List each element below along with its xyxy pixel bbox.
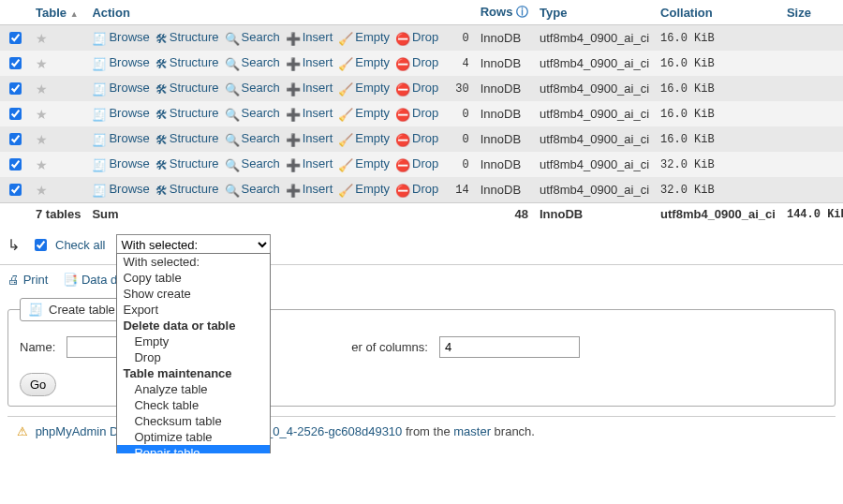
browse-link[interactable]: 🧾Browse (92, 55, 149, 69)
opt-analyze[interactable]: Analyze table (117, 381, 270, 397)
favorite-star-icon[interactable]: ★ (36, 132, 48, 147)
row-size: 16.0 KiB (655, 126, 781, 152)
browse-link[interactable]: 🧾Browse (92, 106, 149, 120)
drop-link[interactable]: ⛔Drop (395, 106, 438, 120)
row-checkbox[interactable] (9, 184, 22, 196)
search-icon: 🔍 (225, 158, 240, 172)
browse-link[interactable]: 🧾Browse (92, 81, 149, 95)
insert-link[interactable]: ➕Insert (286, 81, 333, 95)
structure-link[interactable]: 🛠Structure (155, 81, 219, 95)
row-overhead: - (781, 177, 843, 203)
browse-link[interactable]: 🧾Browse (92, 156, 149, 170)
row-collation: utf8mb4_0900_ai_ci (534, 25, 655, 52)
empty-link[interactable]: 🧹Empty (338, 156, 390, 170)
row-checkbox[interactable] (9, 82, 22, 95)
opt-checksum[interactable]: Checksum table (117, 413, 270, 429)
insert-link[interactable]: ➕Insert (286, 30, 333, 44)
browse-icon: 🧾 (92, 133, 107, 147)
row-checkbox[interactable] (9, 57, 22, 69)
row-count: 30 (450, 76, 474, 101)
structure-link[interactable]: 🛠Structure (155, 30, 219, 44)
search-link[interactable]: 🔍Search (225, 156, 280, 170)
row-checkbox[interactable] (9, 133, 22, 145)
with-selected-dropdown[interactable]: With selected: Copy table Show create Ex… (116, 253, 271, 453)
opt-optimize[interactable]: Optimize table (117, 429, 270, 445)
row-collation: utf8mb4_0900_ai_ci (534, 177, 655, 203)
structure-link[interactable]: 🛠Structure (155, 131, 219, 145)
insert-link[interactable]: ➕Insert (286, 131, 333, 145)
col-size[interactable]: Size (781, 0, 843, 25)
opt-repair[interactable]: Repair table (117, 445, 270, 453)
drop-link[interactable]: ⛔Drop (395, 182, 438, 196)
favorite-star-icon[interactable]: ★ (36, 107, 48, 122)
row-checkbox[interactable] (9, 108, 22, 120)
row-overhead: - (781, 76, 843, 101)
insert-link[interactable]: ➕Insert (286, 182, 333, 196)
insert-link[interactable]: ➕Insert (286, 106, 333, 120)
empty-link[interactable]: 🧹Empty (338, 131, 390, 145)
row-overhead: - (781, 25, 843, 52)
search-link[interactable]: 🔍Search (225, 81, 280, 95)
col-collation[interactable]: Collation (655, 0, 781, 25)
opt-copy-table[interactable]: Copy table (117, 270, 270, 286)
drop-link[interactable]: ⛔Drop (395, 156, 438, 170)
drop-link[interactable]: ⛔Drop (395, 81, 438, 95)
browse-link[interactable]: 🧾Browse (92, 131, 149, 145)
opt-empty[interactable]: Empty (117, 334, 270, 349)
opt-drop[interactable]: Drop (117, 349, 270, 365)
master-branch-link[interactable]: master (453, 424, 491, 438)
col-rows[interactable]: Rows ⓘ (475, 0, 534, 25)
favorite-star-icon[interactable]: ★ (36, 157, 48, 172)
drop-link[interactable]: ⛔Drop (395, 30, 438, 44)
insert-icon: ➕ (286, 108, 301, 122)
check-all-checkbox[interactable] (35, 239, 47, 251)
row-size: 16.0 KiB (655, 25, 781, 52)
go-button[interactable]: Go (20, 373, 56, 396)
drop-icon: ⛔ (395, 108, 410, 122)
search-link[interactable]: 🔍Search (225, 106, 280, 120)
structure-link[interactable]: 🛠Structure (155, 106, 219, 120)
drop-link[interactable]: ⛔Drop (395, 55, 438, 69)
columns-input[interactable] (439, 336, 580, 358)
col-type[interactable]: Type (534, 0, 655, 25)
structure-link[interactable]: 🛠Structure (155, 55, 219, 69)
insert-link[interactable]: ➕Insert (286, 156, 333, 170)
empty-link[interactable]: 🧹Empty (338, 182, 390, 196)
empty-link[interactable]: 🧹Empty (338, 81, 390, 95)
opt-check[interactable]: Check table (117, 397, 270, 413)
row-checkbox[interactable] (9, 158, 22, 170)
search-link[interactable]: 🔍Search (225, 55, 280, 69)
favorite-star-icon[interactable]: ★ (36, 31, 48, 46)
summary-row: 7 tables Sum 48 InnoDB utf8mb4_0900_ai_c… (0, 203, 843, 226)
browse-link[interactable]: 🧾Browse (92, 182, 149, 196)
search-link[interactable]: 🔍Search (225, 131, 280, 145)
search-link[interactable]: 🔍Search (225, 182, 280, 196)
empty-link[interactable]: 🧹Empty (338, 30, 390, 44)
opt-show-create[interactable]: Show create (117, 286, 270, 302)
search-link[interactable]: 🔍Search (225, 30, 280, 44)
favorite-star-icon[interactable]: ★ (36, 56, 48, 71)
sort-asc-icon: ▲ (70, 9, 79, 19)
with-selected-select[interactable]: With selected: (116, 234, 271, 255)
drop-icon: ⛔ (395, 133, 410, 147)
opt-with-selected[interactable]: With selected: (117, 254, 270, 270)
check-all[interactable]: Check all (31, 236, 105, 254)
warning-icon: ⚠ (17, 424, 28, 438)
favorite-star-icon[interactable]: ★ (36, 183, 48, 198)
structure-link[interactable]: 🛠Structure (155, 156, 219, 170)
help-icon[interactable]: ⓘ (516, 5, 528, 19)
insert-link[interactable]: ➕Insert (286, 55, 333, 69)
drop-link[interactable]: ⛔Drop (395, 131, 438, 145)
structure-link[interactable]: 🛠Structure (155, 182, 219, 196)
drop-icon: ⛔ (395, 82, 410, 96)
row-checkbox[interactable] (9, 32, 22, 44)
col-table[interactable]: Table ▲ (30, 0, 86, 25)
favorite-star-icon[interactable]: ★ (36, 82, 48, 96)
print-link[interactable]: 🖨 Print (7, 273, 48, 287)
search-icon: 🔍 (225, 57, 240, 71)
browse-link[interactable]: 🧾Browse (92, 30, 149, 44)
empty-icon: 🧹 (338, 108, 353, 122)
empty-link[interactable]: 🧹Empty (338, 55, 390, 69)
empty-link[interactable]: 🧹Empty (338, 106, 390, 120)
opt-export[interactable]: Export (117, 302, 270, 318)
